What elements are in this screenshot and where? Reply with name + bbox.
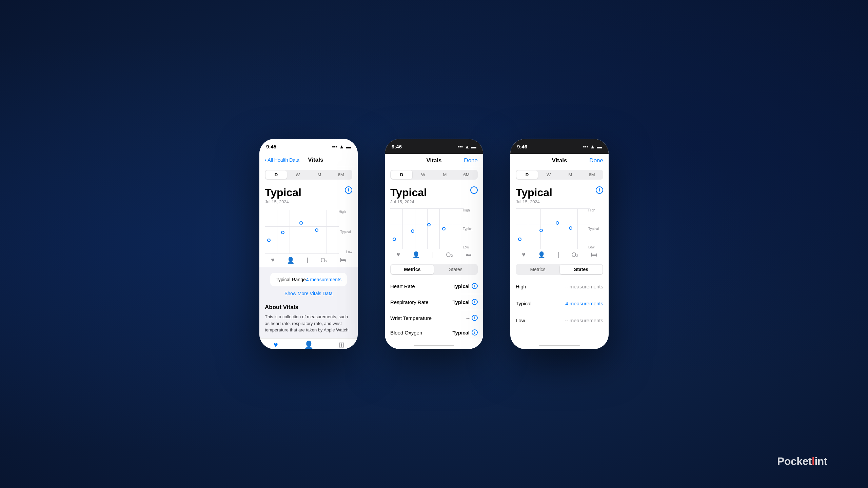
chart-wrap-2: High Typical Low <box>390 208 478 249</box>
phone3-content: D W M 6M Typical Jul 15, 2024 i <box>510 167 609 342</box>
segment-m-3[interactable]: M <box>560 170 581 179</box>
show-more-link[interactable]: Show More Vitals Data <box>284 291 333 296</box>
signal-icon: ▪▪▪ <box>332 144 337 149</box>
wifi-icon-2: ▲ <box>465 144 470 149</box>
chart-dot-2-1 <box>393 238 396 241</box>
tab-sharing[interactable]: 👤 Sharing <box>292 341 325 349</box>
v2col2 <box>415 208 415 249</box>
nav-bar-1: ‹ All Health Data Vitals <box>259 154 358 167</box>
segment-m-1[interactable]: M <box>309 170 330 179</box>
respiratory-icon-3: 👤 <box>538 251 545 259</box>
chart-dot-3 <box>299 221 303 225</box>
tab-summary[interactable]: ♥ Summary <box>259 341 292 349</box>
state-value-low: -- measurements <box>565 318 603 323</box>
done-btn-3[interactable]: Done <box>589 157 603 164</box>
chart-1: High Typical Low ♥ 👤 | O₂ 🛏 <box>259 206 358 267</box>
typical-date-1: Jul 15, 2024 <box>265 199 301 204</box>
segment-d-2[interactable]: D <box>391 170 412 179</box>
typical-date-3: Jul 15, 2024 <box>516 199 552 204</box>
chart-dot-4 <box>315 228 318 232</box>
state-name-low: Low <box>516 318 525 323</box>
back-button-1[interactable]: ‹ All Health Data <box>265 157 299 163</box>
segment-m-2[interactable]: M <box>434 170 456 179</box>
chart-dot-3-4 <box>569 226 572 230</box>
segment-6m-1[interactable]: 6M <box>330 170 352 179</box>
typical-label-group: Typical Jul 15, 2024 <box>265 186 301 204</box>
info-icon-3[interactable]: i <box>596 186 603 194</box>
phone-2: 9:46 ▪▪▪ ▲ ▬ Vitals Done D W M 6M <box>385 139 483 349</box>
info-wt[interactable]: i <box>472 315 478 321</box>
segment-control-1: D W M 6M <box>265 170 352 180</box>
states-btn-3[interactable]: States <box>560 265 603 274</box>
v2col1 <box>402 208 403 249</box>
segment-w-1[interactable]: W <box>287 170 309 179</box>
temp-icon-3: | <box>557 251 559 259</box>
signal-icon-3: ▪▪▪ <box>583 144 588 149</box>
phone2-content: D W M 6M Typical Jul 15, 2024 i <box>385 167 483 342</box>
info-icon-1[interactable]: i <box>345 186 352 194</box>
v3col3 <box>553 208 553 249</box>
status-icons-3: ▪▪▪ ▲ ▬ <box>583 144 602 149</box>
status-time-3: 9:46 <box>517 144 527 149</box>
battery-icon-3: ▬ <box>597 144 602 149</box>
typical-label-1: Typical <box>265 186 301 199</box>
show-more-section: Show More Vitals Data <box>259 289 358 299</box>
phones-container: 9:45 ▪▪▪ ▲ ▬ ‹ All Health Data Vitals D … <box>259 139 609 349</box>
phone-3: 9:46 ▪▪▪ ▲ ▬ Vitals Done D W M 6M <box>510 139 609 349</box>
metric-right-hr: Typical i <box>452 283 478 289</box>
nav-bar-3: Vitals Done <box>510 154 609 167</box>
segment-d-3[interactable]: D <box>516 170 538 179</box>
status-time-2: 9:46 <box>392 144 402 149</box>
sharing-icon: 👤 <box>304 341 313 349</box>
states-btn-2[interactable]: States <box>434 265 477 274</box>
status-bar-1: 9:45 ▪▪▪ ▲ ▬ <box>259 139 358 154</box>
segment-w-3[interactable]: W <box>538 170 559 179</box>
back-label-1: All Health Data <box>268 157 299 163</box>
chart-dot-2-4 <box>442 227 446 230</box>
metrics-btn-3[interactable]: Metrics <box>516 265 559 274</box>
done-btn-2[interactable]: Done <box>464 157 478 164</box>
metric-name-bo: Blood Oxygen <box>390 330 422 336</box>
chart-icons-2: ♥ 👤 | O₂ 🛏 <box>390 249 478 260</box>
metric-status-bo: Typical <box>452 330 470 336</box>
vcol1 <box>277 210 277 254</box>
battery-icon-2: ▬ <box>471 144 476 149</box>
chart-grid-3 <box>516 208 590 249</box>
chart-dot-2-3 <box>427 223 431 226</box>
oxygen-icon-3: O₂ <box>571 251 578 259</box>
chart-wrap-3: High Typical Low <box>516 208 603 249</box>
home-indicator-2 <box>385 342 483 349</box>
chart-grid-1 <box>265 210 339 254</box>
info-bo[interactable]: i <box>472 329 478 336</box>
info-rr[interactable]: i <box>472 299 478 305</box>
switcher-2: Metrics States <box>390 264 478 275</box>
info-hr[interactable]: i <box>472 283 478 289</box>
home-indicator-3 <box>510 342 609 349</box>
segment-6m-3[interactable]: 6M <box>581 170 603 179</box>
segment-d-1[interactable]: D <box>265 170 287 179</box>
chart-dot-3-1 <box>518 238 521 241</box>
chart-dot-2-2 <box>411 229 414 233</box>
signal-icon-2: ▪▪▪ <box>457 144 463 149</box>
chart-labels-right: High Typical Low <box>339 210 352 254</box>
metric-right-bo: Typical i <box>443 329 478 336</box>
c2-typical: Typical <box>463 227 478 231</box>
typical-label-group-3: Typical Jul 15, 2024 <box>516 186 552 204</box>
browse-icon: ⊞ <box>338 341 344 349</box>
chart-low-label: Low <box>346 250 352 254</box>
oxygen-icon: O₂ <box>320 257 328 264</box>
c2-high: High <box>463 208 478 212</box>
segment-w-2[interactable]: W <box>413 170 434 179</box>
tab-browse[interactable]: ⊞ Browse <box>325 341 358 349</box>
typical-label-group-2: Typical Jul 15, 2024 <box>390 186 427 204</box>
metrics-btn-2[interactable]: Metrics <box>391 265 434 274</box>
sleep-icon: 🛏 <box>340 257 346 264</box>
state-typical: Typical 4 measurements <box>510 295 609 312</box>
respiratory-icon: 👤 <box>287 257 294 264</box>
vcol4 <box>314 210 314 254</box>
typical-header-row-1: Typical Jul 15, 2024 i <box>265 186 352 204</box>
info-icon-2[interactable]: i <box>470 186 478 194</box>
range-card-row-1: Typical Range 4 measurements <box>276 277 341 282</box>
heart-icon: ♥ <box>271 257 275 264</box>
segment-6m-2[interactable]: 6M <box>456 170 477 179</box>
